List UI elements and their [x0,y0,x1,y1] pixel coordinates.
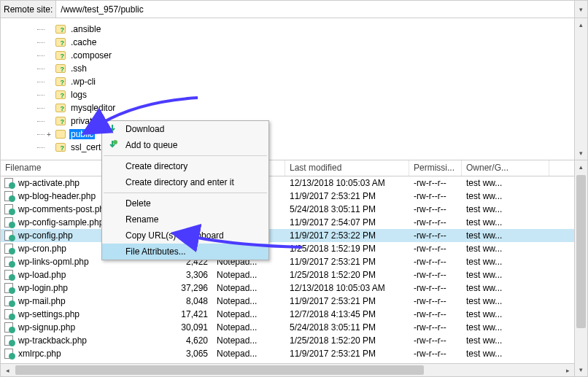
folder-unknown-icon [55,102,66,114]
file-modified: 11/9/2017 2:53:21 PM [285,296,409,306]
file-owner: test ww... [462,217,549,228]
col-owner[interactable]: Owner/G... [462,160,549,176]
scroll-left-icon[interactable]: ◂ [1,364,14,376]
tree-item-ansible[interactable]: .ansible [45,23,574,36]
remote-path-input[interactable] [56,1,574,18]
file-name: wp-blog-header.php [18,191,96,201]
file-row[interactable]: xmlrpc.php3,065Notepad...11/9/2017 2:53:… [1,347,574,360]
php-file-icon [4,190,15,202]
file-size: 8,048 [161,296,212,306]
file-owner: test ww... [462,178,549,188]
file-owner: test ww... [462,296,549,306]
scroll-right-icon[interactable]: ▸ [561,364,574,376]
file-name: wp-login.php [18,283,68,293]
file-owner: test ww... [462,244,549,254]
file-name: wp-cron.php [18,244,66,254]
menu-create-directory-enter[interactable]: Create directory and enter it [102,174,268,190]
file-name: wp-mail.php [18,296,66,306]
file-type: Notepad... [212,270,285,280]
file-permissions: -rw-r--r-- [409,217,462,228]
php-file-icon [4,243,15,254]
file-name: wp-settings.php [18,309,80,319]
tree-item-label: .ansible [69,24,102,34]
tree-item-label: .wp-cli [69,77,97,87]
file-row[interactable]: wp-mail.php8,048Notepad...11/9/2017 2:53… [1,295,574,308]
file-row[interactable]: wp-comments-post.phad...5/24/2018 3:05:1… [1,203,574,216]
file-row[interactable]: wp-settings.php17,421Notepad...12/7/2018… [1,308,574,321]
file-owner: test ww... [462,257,549,267]
php-file-icon [4,295,15,307]
file-modified: 1/25/2018 1:52:20 PM [285,270,409,280]
menu-create-directory-enter-label: Create directory and enter it [125,177,234,187]
tree-vertical-scrollbar[interactable]: ▴ ▾ [574,18,587,160]
tree-item-cache[interactable]: .cache [45,36,574,49]
hscroll-track[interactable] [14,364,561,376]
scroll-thumb[interactable] [576,175,586,328]
php-file-icon [4,203,15,215]
file-size: 3,306 [161,270,212,280]
menu-create-directory[interactable]: Create directory [102,158,268,174]
tree-item-label: .cache [69,37,98,47]
php-file-icon [4,217,15,228]
tree-item-label: .composer [69,50,113,61]
folder-icon [55,128,66,140]
remote-path-dropdown[interactable]: ▾ [574,1,587,18]
file-row[interactable]: wp-blog-header.phpad...11/9/2017 2:53:21… [1,190,574,203]
remote-site-label: Remote site: [1,1,56,18]
scroll-up-icon[interactable]: ▴ [575,160,587,174]
tree-item-ssh[interactable]: .ssh [45,62,574,75]
file-row[interactable]: wp-login.php37,296Notepad...12/13/2018 1… [1,281,574,295]
file-permissions: -rw-r--r-- [409,178,462,188]
php-file-icon [4,230,15,241]
tree-item-wpcli[interactable]: .wp-cli [45,75,574,88]
file-name: wp-links-opml.php [18,257,89,267]
add-queue-icon [107,139,118,151]
file-name: wp-config-sample.php [18,217,104,228]
hscroll-thumb[interactable] [15,365,424,375]
file-owner: test ww... [462,349,549,359]
folder-unknown-icon [55,141,66,153]
folder-unknown-icon [55,63,66,74]
menu-separator [104,155,267,156]
file-permissions: -rw-r--r-- [409,204,462,214]
scroll-down-icon[interactable]: ▾ [575,147,587,160]
col-permissions[interactable]: Permissi... [409,160,462,176]
list-horizontal-scrollbar[interactable]: ◂ ▸ [1,363,574,376]
file-owner: test ww... [462,309,549,319]
folder-unknown-icon [55,50,66,61]
tree-item-label: public [69,129,95,139]
php-file-icon [4,269,15,281]
file-row[interactable]: wp-signup.php30,091Notepad...5/24/2018 3… [1,321,574,334]
tree-expander[interactable]: + [45,131,53,139]
file-permissions: -rw-r--r-- [409,230,462,241]
folder-unknown-icon [55,36,66,48]
file-owner: test ww... [462,335,549,346]
svg-point-0 [113,140,117,144]
file-owner: test ww... [462,322,549,333]
list-vertical-scrollbar[interactable]: ▴ ▾ [574,160,587,376]
menu-delete[interactable]: Delete [102,195,268,211]
menu-rename[interactable]: Rename [102,211,268,228]
php-file-icon [4,335,15,346]
col-modified[interactable]: Last modified [285,160,409,176]
scroll-up-icon[interactable]: ▴ [575,18,587,31]
chevron-down-icon: ▾ [579,6,583,13]
folder-unknown-icon [55,23,66,35]
file-modified: 5/24/2018 3:05:11 PM [285,204,409,214]
php-file-icon [4,348,15,359]
menu-delete-label: Delete [125,198,151,209]
file-modified: 12/13/2018 10:05:03 AM [285,178,409,188]
file-type: Notepad... [212,296,285,306]
scroll-down-icon[interactable]: ▾ [575,363,587,376]
file-row[interactable]: wp-load.php3,306Notepad...1/25/2018 1:52… [1,268,574,281]
file-row[interactable]: wp-activate.phpad...12/13/2018 10:05:03 … [1,176,574,190]
file-permissions: -rw-r--r-- [409,349,462,359]
file-permissions: -rw-r--r-- [409,270,462,280]
php-file-icon [4,256,15,268]
file-modified: 11/9/2017 2:53:21 PM [285,349,409,359]
file-row[interactable]: wp-trackback.php4,620Notepad...1/25/2018… [1,334,574,347]
file-permissions: -rw-r--r-- [409,244,462,254]
tree-item-composer[interactable]: .composer [45,49,574,62]
menu-create-directory-label: Create directory [125,161,187,171]
php-file-icon [4,322,15,333]
